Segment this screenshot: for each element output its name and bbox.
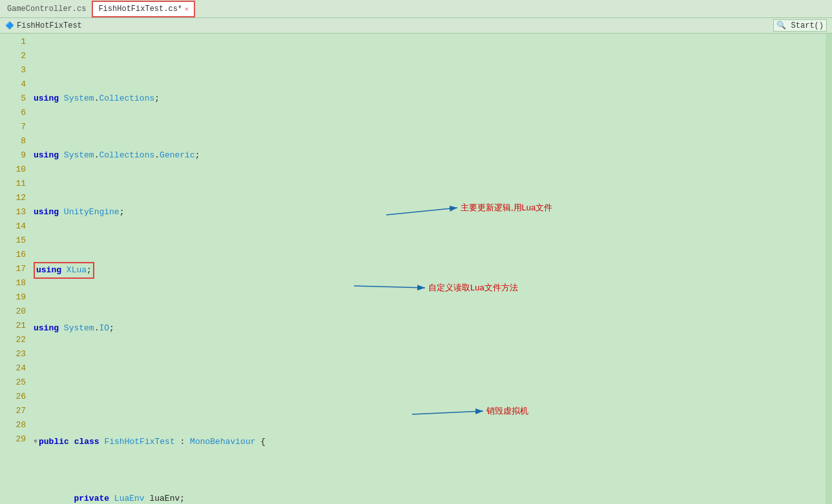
ln-13: 13: [0, 205, 26, 219]
kw-using-1: using: [34, 92, 59, 106]
code-area: 1 2 3 4 5 6 7 8 9 10 11 12 13 14 15 16 1…: [0, 34, 832, 504]
ln-20: 20: [0, 305, 26, 319]
ln-1: 1: [0, 35, 26, 49]
ln-11: 11: [0, 177, 26, 191]
code-content: using System.Collections; using System.C…: [31, 34, 826, 504]
breadcrumb-filename: FishHotFixTest: [17, 21, 82, 30]
ln-21: 21: [0, 319, 26, 333]
code-line-7: ▼public class FishHotFixTest : MonoBehav…: [34, 435, 826, 449]
code-line-2: using System.Collections.Generic;: [34, 148, 826, 163]
arrow-3: [412, 411, 483, 414]
tab-bar: GameController.cs FishHotFixTest.cs* ✕: [0, 0, 832, 18]
ln-25: 25: [0, 376, 26, 390]
tab-gamecontroller[interactable]: GameController.cs: [1, 1, 92, 17]
ln-22: 22: [0, 333, 26, 347]
ln-26: 26: [0, 390, 26, 404]
ln-16: 16: [0, 248, 26, 262]
scrollbar-vertical[interactable]: [826, 34, 832, 504]
code-line-6: [34, 378, 826, 392]
ln-28: 28: [0, 418, 26, 432]
code-line-3: using UnityEngine;: [34, 205, 826, 219]
breadcrumb-bar: 🔷 FishHotFixTest 🔍 Start(): [0, 18, 832, 34]
ln-19: 19: [0, 290, 26, 305]
code-line-5: using System.IO;: [34, 321, 826, 336]
ln-12: 12: [0, 191, 26, 205]
code-line-1: using System.Collections;: [34, 92, 826, 106]
ln-7: 7: [0, 120, 26, 134]
ln-17: 17: [0, 262, 26, 276]
collapse-7: ▼: [34, 435, 37, 449]
tab-gamecontroller-label: GameController.cs: [7, 5, 86, 14]
breadcrumb-method: 🔍 Start(): [776, 21, 824, 30]
ln-15: 15: [0, 234, 26, 248]
ln-2: 2: [0, 49, 26, 63]
ln-27: 27: [0, 404, 26, 418]
ln-8: 8: [0, 134, 26, 148]
breadcrumb-dropdown[interactable]: 🔍 Start(): [773, 19, 827, 32]
ln-10: 10: [0, 163, 26, 177]
ln-29: 29: [0, 432, 26, 447]
type-system-collections: System: [64, 92, 94, 106]
ln-23: 23: [0, 347, 26, 361]
ln-4: 4: [0, 77, 26, 92]
ln-9: 9: [0, 148, 26, 163]
code-line-4: using XLua;: [34, 262, 826, 279]
file-icon: 🔷: [5, 21, 14, 30]
ln-3: 3: [0, 63, 26, 77]
ln-18: 18: [0, 276, 26, 290]
tab-fishhotfixtest-label: FishHotFixTest.cs*: [98, 5, 182, 14]
ln-5: 5: [0, 92, 26, 106]
ln-14: 14: [0, 219, 26, 234]
ln-6: 6: [0, 106, 26, 120]
arrow-2: [354, 286, 425, 288]
annotation-text-3: 销毁虚拟机: [486, 406, 528, 416]
tab-close-icon[interactable]: ✕: [185, 5, 189, 13]
tab-fishhotfixtest[interactable]: FishHotFixTest.cs* ✕: [92, 1, 195, 17]
line-numbers: 1 2 3 4 5 6 7 8 9 10 11 12 13 14 15 16 1…: [0, 34, 31, 504]
ln-24: 24: [0, 361, 26, 376]
code-line-8: private LuaEnv luaEnv;: [34, 492, 826, 504]
annotation-text-2: 自定义读取Lua文件方法: [428, 283, 518, 292]
line4-highlight: using XLua;: [34, 262, 94, 279]
